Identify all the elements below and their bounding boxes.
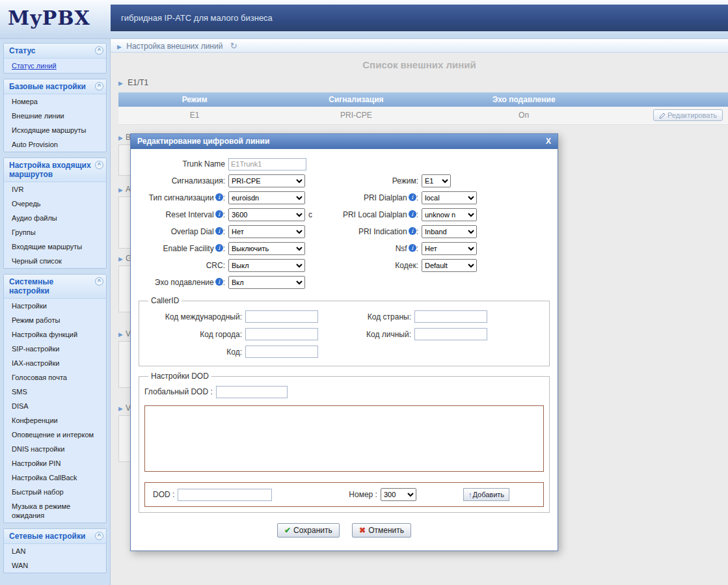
sidebar-item[interactable]: Музыка в режиме ожидания — [4, 499, 106, 523]
info-icon[interactable]: i — [215, 278, 223, 286]
field-label: DOD — [153, 490, 174, 499]
overlap-dial-select[interactable]: Нет — [228, 225, 305, 238]
e1t1-section-label[interactable]: ▶ E1/T1 — [118, 78, 728, 87]
add-dod-button[interactable]: ↑Добавить — [463, 488, 509, 501]
pri-indication-select[interactable]: Inband — [422, 225, 477, 238]
sidebar-section-header[interactable]: Сетевые настройки ^ — [4, 529, 106, 544]
field-label: Overlap Dial — [171, 227, 214, 236]
reset-interval-select[interactable]: 3600 — [228, 208, 305, 221]
info-icon[interactable]: i — [215, 193, 223, 201]
form-row: Режим E1 — [327, 172, 558, 189]
sidebar-item[interactable]: Настройка функций — [4, 327, 106, 342]
info-icon[interactable]: i — [215, 210, 223, 218]
number-select[interactable]: 300 — [381, 488, 416, 501]
column-header: Сигнализация — [271, 92, 441, 107]
sidebar-section-header[interactable]: Системные настройки ^ — [4, 275, 106, 299]
country-code-input[interactable] — [414, 310, 487, 323]
sidebar-item[interactable]: IVR — [4, 182, 106, 197]
up-arrow-icon: ↑ — [468, 491, 472, 498]
app-tagline: гибридная IP-АТС для малого бизнеса — [111, 5, 728, 31]
collapse-icon[interactable]: ^ — [95, 46, 103, 55]
cancel-button[interactable]: ✖Отменить — [352, 523, 411, 537]
mode-select[interactable]: E1 — [422, 174, 451, 187]
signaling-select[interactable]: PRI-CPE — [228, 174, 305, 187]
sidebar-section-title: Статус — [9, 46, 35, 55]
sidebar-item[interactable]: Исходящие маршруты — [4, 123, 106, 137]
form-row: PRI Dialplani local — [327, 189, 558, 206]
info-icon[interactable]: i — [409, 227, 416, 235]
international-code-input[interactable] — [245, 310, 318, 323]
info-icon[interactable]: i — [215, 244, 223, 252]
section-arrow-icon: ▶ — [118, 187, 123, 193]
sidebar-item[interactable]: Настройки — [4, 299, 106, 313]
e1t1-label-text: E1/T1 — [128, 78, 148, 87]
dod-list[interactable] — [144, 405, 544, 472]
sidebar-item[interactable]: WAN — [4, 558, 106, 573]
form-row: Reset Intervali 3600 c — [131, 206, 327, 223]
section-arrow-icon: ▶ — [118, 256, 123, 262]
sidebar-item[interactable]: Группы — [4, 225, 106, 239]
collapse-icon[interactable]: ^ — [95, 161, 103, 169]
dialog-title: Редактирование цифровой линии — [137, 137, 269, 146]
form-row: Код личный — [333, 325, 487, 343]
sidebar-item[interactable]: Быстрый набор — [4, 485, 106, 499]
echo-cancel-select[interactable]: Вкл — [228, 276, 305, 289]
trunk-table: Режим Сигнализация Эхо подавление E1 PRI… — [118, 92, 728, 125]
info-icon[interactable]: i — [409, 244, 416, 252]
area-code-input[interactable] — [245, 328, 318, 340]
sidebar-section-inbound: Настройка входящих маршрутов ^ IVR Очере… — [3, 157, 107, 269]
field-label: Reset Interval — [166, 210, 214, 219]
private-code-input[interactable] — [414, 328, 487, 340]
sidebar-item[interactable]: Черный список — [4, 254, 106, 268]
pri-local-dialplan-select[interactable]: unknow n — [422, 208, 477, 221]
codec-select[interactable]: Default — [422, 259, 477, 272]
collapse-icon[interactable]: ^ — [95, 82, 103, 90]
field-label: PRI Local Dialplan — [343, 210, 407, 219]
sidebar-item[interactable]: Настройки PIN — [4, 456, 106, 470]
trunk-name-input[interactable] — [228, 158, 306, 170]
form-row: Эхо подавлениеi Вкл — [131, 274, 327, 291]
edit-button[interactable]: Редактировать — [653, 109, 723, 121]
form-row: Overlap Diali Нет — [131, 223, 327, 240]
form-row: Код города — [144, 325, 333, 343]
sidebar-section-header[interactable]: Настройка входящих маршрутов ^ — [4, 158, 106, 182]
pri-dialplan-select[interactable]: local — [422, 191, 477, 204]
sidebar-item[interactable]: Конференции — [4, 413, 106, 428]
info-icon[interactable]: i — [409, 210, 416, 218]
sidebar-item[interactable]: Внешние линии — [4, 109, 106, 123]
sidebar-item[interactable]: SIP-настройки — [4, 342, 106, 356]
dod-input[interactable] — [178, 489, 272, 501]
sidebar-item[interactable]: SMS — [4, 385, 106, 399]
sidebar-section-header[interactable]: Базовые настройки ^ — [4, 79, 106, 94]
sidebar-section-header[interactable]: Статус ^ — [4, 44, 106, 59]
sidebar-item[interactable]: Очередь — [4, 197, 106, 211]
save-button[interactable]: ✔Сохранить — [277, 523, 340, 537]
sidebar-item[interactable]: DNIS настройки — [4, 442, 106, 456]
global-dod-input[interactable] — [216, 386, 288, 398]
nsf-select[interactable]: Нет — [422, 242, 477, 255]
sidebar-item[interactable]: Настройка CallBack — [4, 470, 106, 485]
close-button[interactable]: X — [546, 134, 551, 149]
collapse-icon[interactable]: ^ — [95, 532, 103, 540]
sidebar-item[interactable]: Входящие маршруты — [4, 239, 106, 254]
sidebar-item[interactable]: Статус линий — [4, 59, 106, 73]
sidebar-item[interactable]: Аудио файлы — [4, 211, 106, 225]
switch-type-select[interactable]: euroisdn — [228, 191, 305, 204]
code-input[interactable] — [245, 346, 318, 358]
sidebar-item[interactable]: IAX-настройки — [4, 356, 106, 370]
sidebar-item[interactable]: LAN — [4, 544, 106, 558]
enable-facility-select[interactable]: Выключить — [228, 242, 305, 255]
form-row: Код международный — [144, 308, 333, 325]
info-icon[interactable]: i — [215, 227, 223, 235]
signaling-cell: PRI-CPE — [271, 107, 441, 124]
info-icon[interactable]: i — [409, 193, 416, 201]
sidebar-item[interactable]: Режим работы — [4, 313, 106, 327]
sidebar-item[interactable]: Оповещение и интерком — [4, 428, 106, 442]
crc-select[interactable]: Выкл — [228, 259, 305, 272]
sidebar-item[interactable]: Номера — [4, 94, 106, 109]
refresh-icon[interactable]: ↻ — [230, 41, 237, 51]
sidebar-item[interactable]: Голосовая почта — [4, 370, 106, 385]
collapse-icon[interactable]: ^ — [95, 277, 103, 286]
sidebar-item[interactable]: Auto Provision — [4, 137, 106, 152]
sidebar-item[interactable]: DISA — [4, 399, 106, 413]
